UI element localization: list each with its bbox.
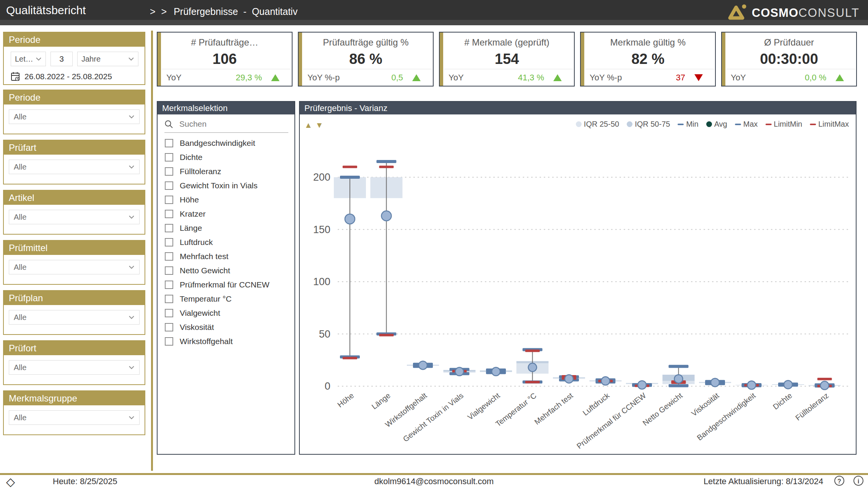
checkbox-icon[interactable]	[165, 309, 173, 317]
filter-dropdown[interactable]: Alle	[9, 109, 140, 124]
checkbox-icon[interactable]	[165, 323, 173, 331]
chevron-down-icon	[128, 315, 135, 319]
kpi-accent-bar	[722, 33, 725, 86]
merkmal-label[interactable]: Vialgewicht	[180, 308, 220, 318]
checkbox-icon[interactable]	[165, 181, 173, 190]
merkmalselektion-title: Merkmalselektion	[158, 102, 294, 114]
filter-dropdown-value: Alle	[14, 413, 26, 422]
kpi-accent-bar	[581, 33, 584, 86]
merkmal-list-item[interactable]: Höhe	[158, 193, 294, 207]
merkmal-list-item[interactable]: Bandgeschwindigkeit	[158, 136, 294, 150]
merkmal-list-item[interactable]: Gewicht Toxin in Vials	[158, 178, 294, 193]
filter-dropdown[interactable]: Alle	[9, 410, 140, 425]
search-input[interactable]	[179, 119, 272, 129]
trend-triangle-icon	[553, 74, 562, 81]
merkmal-label[interactable]: Viskosität	[180, 323, 214, 332]
checkbox-icon[interactable]	[165, 153, 173, 162]
help-icon[interactable]: ?	[834, 476, 844, 486]
filter-panel-title: Artikel	[4, 191, 145, 205]
merkmal-list-item[interactable]: Viskosität	[158, 320, 294, 334]
checkbox-icon[interactable]	[165, 266, 173, 275]
filter-panel-artikel: Artikel Alle	[3, 190, 145, 235]
kpi-card: Ø Prüfdauer 00:30:00 YoY 0,0 %	[721, 32, 857, 87]
checkbox-icon[interactable]	[165, 139, 173, 147]
checkbox-icon[interactable]	[165, 295, 173, 303]
merkmal-list-item[interactable]: Fülltoleranz	[158, 164, 294, 178]
breadcrumb-section[interactable]: Quantitativ	[252, 6, 298, 17]
merkmal-list-item[interactable]: Dichte	[158, 150, 294, 164]
x-category-label: Vialgewicht	[466, 391, 501, 422]
info-icon[interactable]: i	[853, 476, 863, 486]
kpi-card: Prüfaufträge gültig % 86 % YoY %-p 0,5	[298, 32, 434, 87]
merkmal-list-item[interactable]: Prüfmerkmal für CCNEW	[158, 277, 294, 292]
range-unit-dropdown[interactable]: Jahre	[77, 52, 138, 66]
merkmal-search[interactable]	[164, 119, 288, 133]
chevron-down-icon	[128, 265, 135, 269]
merkmal-label[interactable]: Fülltoleranz	[180, 167, 221, 176]
merkmal-label[interactable]: Mehrfach test	[180, 252, 228, 261]
kpi-value: 00:30:00	[722, 51, 856, 67]
range-type-dropdown[interactable]: Let…	[11, 52, 46, 66]
merkmal-label[interactable]: Netto Gewicht	[180, 266, 230, 275]
merkmal-label[interactable]: Kratzer	[180, 209, 206, 219]
merkmal-list-item[interactable]: Netto Gewicht	[158, 263, 294, 277]
checkbox-icon[interactable]	[165, 281, 173, 289]
checkbox-icon[interactable]	[165, 252, 173, 261]
filter-dropdown[interactable]: Alle	[9, 210, 140, 224]
merkmal-list-item[interactable]: Mehrfach test	[158, 249, 294, 263]
calendar-icon	[11, 72, 20, 82]
kpi-yoy-delta: 0,0 %	[805, 73, 826, 83]
kpi-card: # Merkmale (geprüft) 154 YoY 41,3 %	[439, 32, 575, 87]
merkmal-label[interactable]: Wirkstoffgehalt	[180, 337, 233, 346]
kpi-yoy-label: YoY %-p	[590, 73, 622, 83]
x-category-label: Netto Gewicht	[641, 391, 684, 428]
plot-shape	[669, 365, 689, 368]
filter-dropdown-value: Alle	[14, 263, 26, 272]
merkmal-list-item[interactable]: Kratzer	[158, 207, 294, 221]
logo-text-bold: COSMO	[752, 6, 798, 20]
x-category-label: Bandgeschwindigkeit	[695, 391, 757, 442]
checkbox-icon[interactable]	[165, 224, 173, 232]
merkmal-label[interactable]: Dichte	[180, 153, 203, 162]
merkmal-list-item[interactable]: Wirkstoffgehalt	[158, 334, 294, 348]
merkmal-label[interactable]: Bandgeschwindigkeit	[180, 139, 255, 148]
merkmal-list-item[interactable]: Vialgewicht	[158, 306, 294, 320]
merkmal-list-item[interactable]: Temperatur °C	[158, 292, 294, 306]
checkbox-icon[interactable]	[165, 337, 173, 346]
box-plot-1	[371, 160, 403, 336]
filter-panel-title: Prüfart	[4, 140, 145, 155]
date-range-value[interactable]: 26.08.2022 - 25.08.2025	[24, 72, 112, 81]
merkmal-label[interactable]: Prüfmerkmal für CCNEW	[180, 280, 270, 289]
checkbox-icon[interactable]	[165, 167, 173, 176]
range-unit-value: Jahre	[81, 55, 101, 64]
checkbox-icon[interactable]	[165, 238, 173, 246]
merkmal-label[interactable]: Temperatur °C	[180, 294, 232, 304]
filter-panel-title: Prüfplan	[4, 291, 145, 305]
trend-triangle-icon	[271, 74, 280, 81]
box-plot-12	[772, 380, 804, 389]
filter-dropdown[interactable]: Alle	[9, 260, 140, 274]
filter-dropdown[interactable]: Alle	[9, 310, 140, 325]
checkbox-icon[interactable]	[165, 210, 173, 218]
range-count-field[interactable]	[50, 52, 73, 66]
merkmal-list-item[interactable]: Luftdruck	[158, 235, 294, 249]
variance-chart-panel: Prüfergebnis - Varianz ▲ ▼ IQR 25-50IQR …	[299, 101, 857, 455]
merkmal-label[interactable]: Luftdruck	[180, 238, 213, 247]
filter-dropdown[interactable]: Alle	[9, 360, 140, 375]
breadcrumb-page[interactable]: Prüfergebnisse	[174, 6, 238, 17]
merkmal-label[interactable]: Länge	[180, 224, 202, 233]
breadcrumb-arrows-icon: > >	[150, 6, 168, 17]
filter-panel-periode: Periode Alle	[3, 90, 145, 134]
box-plot-2	[407, 361, 439, 369]
filter-dropdown[interactable]: Alle	[9, 160, 140, 174]
plot-shape	[379, 166, 394, 168]
filter-panel-title: Prüfmittel	[4, 241, 145, 255]
y-tick-label: 100	[313, 276, 330, 287]
merkmalselektion-panel: Merkmalselektion Bandgeschwindigkeit Dic…	[157, 101, 295, 455]
variance-boxplot-svg: 050100150200HöheLängeWirkstoffgehaltGewi…	[300, 114, 856, 454]
merkmal-label[interactable]: Gewicht Toxin in Vials	[180, 181, 258, 190]
merkmal-list-item[interactable]: Länge	[158, 221, 294, 235]
range-count-input[interactable]	[55, 54, 68, 64]
merkmal-label[interactable]: Höhe	[180, 195, 199, 204]
checkbox-icon[interactable]	[165, 196, 173, 204]
